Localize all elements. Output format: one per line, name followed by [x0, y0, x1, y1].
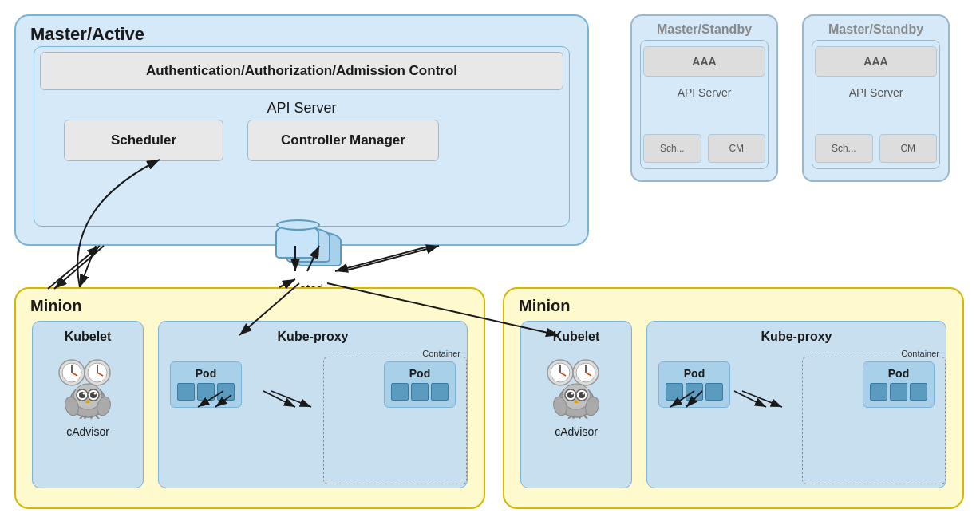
kubeproxy1-label: Kube-proxy — [159, 330, 467, 344]
minion-box-2: Minion Kubelet — [503, 287, 964, 509]
master-active-title: Master/Active — [30, 24, 144, 45]
pod1-label-1: Pod — [177, 367, 235, 380]
cadvisor2-label: cAdvisor — [555, 425, 598, 438]
svg-line-22 — [96, 416, 99, 419]
etcd-cylinder-top — [276, 219, 320, 231]
svg-point-37 — [571, 393, 574, 395]
etcd-cylinders — [275, 223, 347, 271]
pod1-cubes-2 — [666, 383, 723, 401]
standby1-bottom-row: Sch... CM — [643, 134, 765, 163]
etcd-group: etcd — [271, 223, 351, 297]
cube-2 — [197, 383, 215, 401]
standby2-sch-box: Sch... — [815, 134, 873, 163]
pod1-box-2: Pod — [658, 361, 730, 408]
kubelet2-label: Kubelet — [553, 330, 600, 344]
pod1-group-1: Pod — [170, 361, 242, 408]
pod1-label-2: Pod — [666, 367, 723, 380]
cadvisor1-label: cAdvisor — [66, 425, 109, 438]
standby2-cm-box: CM — [879, 134, 938, 163]
pod1-group-2: Pod — [658, 361, 730, 408]
cadvisor-icon-2 — [544, 355, 608, 419]
cube-11 — [890, 383, 907, 401]
cube-9 — [705, 383, 723, 401]
scheduler-box: Scheduler — [64, 120, 223, 161]
pod2-cubes-1 — [391, 383, 449, 401]
pod1-box-1: Pod — [170, 361, 242, 408]
cube-5 — [411, 383, 429, 401]
cube-1 — [177, 383, 195, 401]
kubeproxy-box-1: Kube-proxy Container Pod Pod — [158, 321, 468, 488]
aaa-box: Authentication/Authorization/Admission C… — [40, 52, 563, 90]
cube-6 — [431, 383, 449, 401]
standby1-cm-box: CM — [708, 134, 766, 163]
pod2-label-1: Pod — [391, 367, 449, 380]
standby1-cm-label: CM — [729, 143, 744, 154]
master-active-box: Master/Active Authentication/Authorizati… — [14, 14, 589, 246]
standby1-api-label: API Server — [632, 86, 776, 99]
standby2-api-label: API Server — [804, 86, 948, 99]
scheduler-label: Scheduler — [111, 132, 176, 148]
pod1-cubes-1 — [177, 383, 235, 401]
svg-point-14 — [83, 393, 85, 395]
pod2-box-1: Pod — [384, 361, 456, 408]
pod2-group-2: Pod — [863, 361, 935, 408]
minion1-title: Minion — [30, 297, 81, 315]
standby2-title: Master/Standby — [804, 22, 948, 37]
kubelet-box-1: Kubelet — [32, 321, 144, 488]
svg-line-45 — [584, 416, 587, 419]
svg-point-38 — [583, 393, 585, 395]
controller-manager-label: Controller Manager — [281, 132, 405, 148]
aaa-text: Authentication/Authorization/Admission C… — [146, 63, 457, 79]
standby-box-1: Master/Standby AAA API Server Sch... CM — [630, 14, 778, 182]
container1-label: Container — [422, 349, 460, 358]
cube-3 — [217, 383, 235, 401]
cadvisor-icon-1 — [56, 355, 120, 419]
controller-manager-box: Controller Manager — [247, 120, 439, 161]
standby-box-2: Master/Standby AAA API Server Sch... CM — [802, 14, 950, 182]
cube-8 — [686, 383, 703, 401]
standby2-bottom-row: Sch... CM — [815, 134, 937, 163]
svg-point-15 — [94, 393, 97, 395]
api-server-label: API Server — [16, 100, 587, 116]
standby1-sch-label: Sch... — [660, 143, 685, 154]
standby2-aaa: AAA — [815, 46, 937, 77]
cube-7 — [666, 383, 683, 401]
cube-10 — [870, 383, 887, 401]
standby2-aaa-label: AAA — [863, 55, 887, 68]
standby1-aaa: AAA — [643, 46, 765, 77]
container2-label: Container — [901, 349, 939, 358]
standby1-sch-box: Sch... — [643, 134, 701, 163]
pod2-cubes-2 — [870, 383, 927, 401]
pod2-group-1: Pod — [384, 361, 456, 408]
kubelet1-label: Kubelet — [65, 330, 112, 344]
etcd-cylinder-front — [275, 223, 319, 259]
kubeproxy2-label: Kube-proxy — [647, 330, 946, 344]
minion-box-1: Minion Kubelet — [14, 287, 485, 509]
pod2-label-2: Pod — [870, 367, 927, 380]
kubeproxy-box-2: Kube-proxy Container Pod Pod — [646, 321, 946, 488]
standby2-cm-label: CM — [900, 143, 915, 154]
diagram-container: Master/Active Authentication/Authorizati… — [0, 0, 980, 525]
kubelet-box-2: Kubelet — [520, 321, 632, 488]
standby1-aaa-label: AAA — [692, 55, 716, 68]
pod2-box-2: Pod — [863, 361, 935, 408]
cube-12 — [910, 383, 927, 401]
standby2-sch-label: Sch... — [832, 143, 856, 154]
standby1-title: Master/Standby — [632, 22, 776, 37]
cube-4 — [391, 383, 409, 401]
minion2-title: Minion — [519, 297, 570, 315]
